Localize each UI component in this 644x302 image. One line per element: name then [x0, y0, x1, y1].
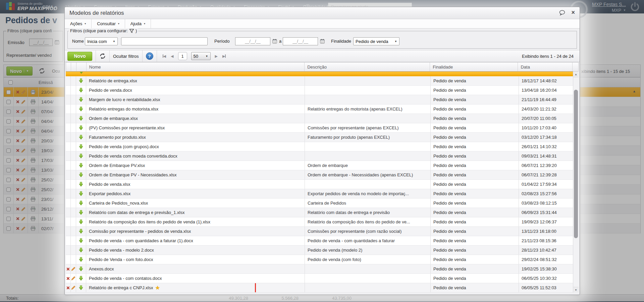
download-icon[interactable] [78, 285, 84, 290]
column-header[interactable] [573, 62, 578, 71]
report-date: 03/08/23 08:12:15 [519, 199, 573, 208]
funnel-filter-icon[interactable] [129, 29, 134, 33]
delete-icon[interactable] [66, 276, 70, 281]
download-icon[interactable] [78, 266, 84, 271]
filters-legend-close: ) [136, 28, 137, 33]
nome-operator-select[interactable]: Inicia com ▼ [85, 37, 118, 45]
download-icon[interactable] [78, 154, 84, 159]
report-row[interactable]: Pedido de venda (com grupos).docx ★ Pedi… [66, 142, 573, 152]
report-row[interactable]: Ordem de Embarque PV.xlsx ★ Ordem de emb… [66, 161, 573, 170]
column-header[interactable] [66, 62, 71, 71]
download-icon[interactable] [78, 229, 84, 234]
download-icon[interactable] [78, 238, 84, 243]
column-header[interactable]: Finalidade [430, 62, 518, 71]
download-icon[interactable] [78, 172, 84, 177]
report-date: 06/07/21 12:39:20 [519, 161, 573, 170]
selected-row-partial[interactable] [66, 72, 573, 76]
download-icon[interactable] [78, 201, 84, 206]
column-header[interactable] [71, 62, 76, 71]
report-row[interactable]: Pedido de venda.docx ★ Pedido de venda 1… [66, 86, 573, 95]
report-row[interactable]: Pedido de venda - modelo 2.docx ★ Pedido… [66, 246, 573, 255]
report-row[interactable]: Pedido de venda - com contatos.docx ★ Pe… [66, 274, 573, 283]
report-row[interactable]: Margem de lucro e rentabilidade.xlsx ★ P… [66, 95, 573, 104]
report-row[interactable]: Exportar pedidos.xlsx ★ Exportar pedidos… [66, 189, 573, 199]
download-icon[interactable] [78, 78, 84, 83]
download-icon[interactable] [78, 97, 84, 102]
ocultar-filtros-button[interactable]: Ocultar filtros [113, 54, 139, 59]
report-name: Pedido de venda.xlsx [89, 182, 130, 187]
report-row[interactable]: Relatório com datas de entrega e previsã… [66, 208, 573, 217]
download-icon[interactable] [78, 191, 84, 196]
periodo-start-date-field[interactable]: __/__/__ [235, 37, 270, 45]
scroll-down-icon[interactable]: ▼ [573, 287, 579, 293]
download-icon[interactable] [78, 219, 84, 224]
report-row[interactable]: Pedido de Venda - com foto.docx ★ Pedido… [66, 255, 573, 264]
download-icon[interactable] [78, 182, 84, 187]
report-row[interactable]: Pedido de venda - com quantidades a fatu… [66, 236, 573, 246]
current-page-field[interactable]: 1 [178, 52, 187, 60]
download-icon[interactable] [78, 163, 84, 168]
report-row[interactable]: Relatório entregas do motorista.xlsx ★ R… [66, 104, 573, 114]
report-row[interactable]: Relatório de entrega.xlsx ★ Pedido de ve… [66, 76, 573, 86]
download-icon[interactable] [78, 144, 84, 149]
column-header[interactable]: Nome [87, 62, 305, 71]
delete-icon[interactable] [66, 286, 70, 290]
filters-legend[interactable]: Filtros (clique para configurar: ) [69, 28, 138, 33]
scrollbar-thumb[interactable] [574, 90, 578, 238]
download-icon[interactable] [78, 248, 84, 253]
download-icon[interactable] [78, 276, 84, 281]
favorite-star-icon[interactable]: ★ [155, 285, 160, 291]
report-row[interactable]: Ordem de Embarque PV - Necessidades.xlsx… [66, 170, 573, 180]
download-icon[interactable] [78, 125, 84, 130]
dialog-menu-item[interactable]: Ações ▾ [65, 19, 92, 28]
report-description [305, 264, 431, 273]
dialog-menu-item[interactable]: Consultar ▾ [92, 19, 125, 28]
column-header[interactable]: Data [518, 62, 573, 71]
download-icon[interactable] [78, 106, 84, 112]
calendar-icon[interactable] [272, 39, 277, 44]
first-page-icon[interactable]: ◀ [163, 54, 166, 58]
refresh-icon[interactable] [99, 53, 106, 59]
nome-filter-input[interactable] [121, 37, 208, 45]
next-page-icon[interactable]: ▶ [215, 54, 218, 58]
report-row[interactable]: Faturamento por produto.xlsx ★ Faturamen… [66, 133, 573, 142]
table-header-row: Nome Descrição Finalidade Data [66, 62, 579, 72]
report-row[interactable]: Relatório da composição dos itens do ped… [66, 217, 573, 227]
column-header[interactable]: Descrição [305, 62, 430, 71]
edit-icon[interactable] [71, 276, 75, 281]
finalidade-select[interactable]: Pedido de venda ▼ [353, 37, 399, 45]
edit-icon[interactable] [71, 267, 75, 271]
column-header[interactable] [76, 62, 87, 71]
report-row[interactable]: Comissão por representante - pedidos de … [66, 227, 573, 236]
download-icon[interactable] [78, 257, 84, 262]
edit-icon[interactable] [71, 286, 75, 290]
periodo-end-date-field[interactable]: __/__/__ [283, 37, 318, 45]
report-name-cell: Pedido de venda - com quantidades a fatu… [86, 236, 305, 245]
download-icon[interactable] [78, 135, 84, 140]
last-page-icon[interactable]: ▶ [222, 54, 226, 58]
download-icon[interactable] [78, 116, 84, 121]
report-row[interactable]: Carteira de Pedidos_nova.xlsx ★ Carteira… [66, 199, 573, 208]
calendar-icon[interactable] [320, 39, 325, 44]
report-row[interactable]: Relatório de entrega c CNPJ.xlsx ★ Pedid… [66, 283, 573, 293]
delete-icon[interactable] [66, 267, 70, 271]
previous-page-icon[interactable]: ◀ [171, 54, 173, 58]
download-icon[interactable] [78, 88, 84, 93]
report-row[interactable]: Pedido de venda com moeda convertida.doc… [66, 152, 573, 161]
scroll-up-icon[interactable]: ▲ [573, 72, 579, 77]
report-row[interactable]: Ordem de embarque.xlsx ★ Pedido de venda… [66, 114, 573, 123]
report-row[interactable]: Pedido de venda.xlsx ★ Pedido de venda 0… [66, 180, 573, 189]
download-icon[interactable] [78, 210, 84, 215]
report-finalidade: Pedido de venda [431, 170, 519, 179]
chevron-down-icon: ▼ [394, 40, 397, 43]
page-size-select[interactable]: 50 ▼ [191, 52, 211, 60]
report-description [305, 76, 431, 85]
novo-button[interactable]: Novo [67, 52, 92, 61]
close-icon[interactable]: × [571, 9, 575, 16]
dialog-menu-item[interactable]: Ajuda ▾ [125, 19, 151, 28]
report-row[interactable]: (PV) Comissões por representante.xlsx ★ … [66, 123, 573, 133]
report-name-cell: Ordem de Embarque PV - Necessidades.xlsx… [86, 170, 305, 179]
feedback-chat-icon[interactable] [559, 10, 566, 15]
help-icon[interactable]: ? [146, 52, 153, 60]
report-row[interactable]: Anexos.docx ★ Pedido de venda 19/02/25 1… [66, 264, 573, 274]
